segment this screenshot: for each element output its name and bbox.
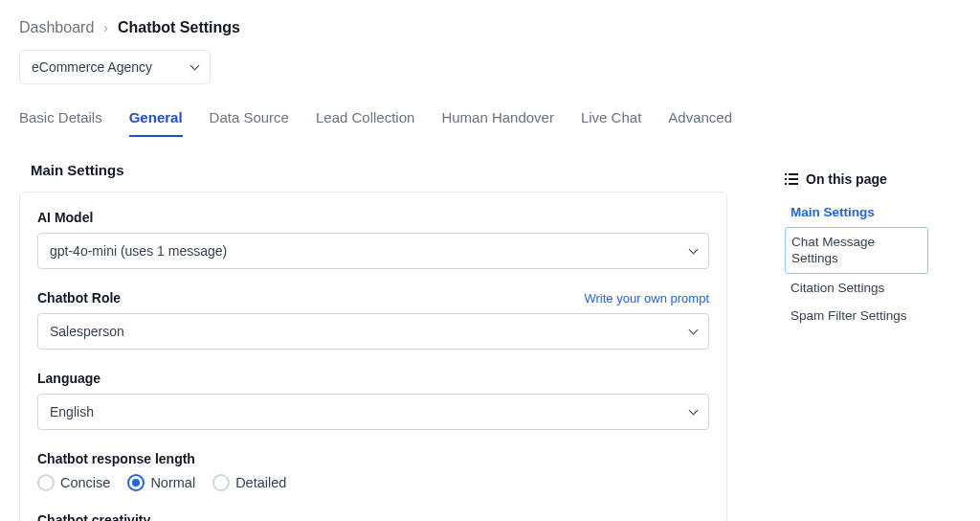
tab-live-chat[interactable]: Live Chat (581, 109, 641, 137)
workspace-select-value: eCommerce Agency (32, 59, 152, 75)
toc-citation-settings[interactable]: Citation Settings (785, 274, 928, 303)
response-length-radio-group: Concise Normal Detailed (37, 474, 709, 491)
response-length-concise[interactable]: Concise (37, 474, 110, 491)
tab-general[interactable]: General (129, 109, 183, 137)
on-this-page-title: On this page (785, 171, 928, 187)
response-length-normal[interactable]: Normal (127, 474, 195, 491)
language-select[interactable]: English (37, 394, 709, 430)
chevron-down-icon (190, 60, 200, 70)
main-settings-card: AI Model gpt-4o-mini (uses 1 message) Ch… (19, 192, 727, 521)
language-label: Language (37, 371, 100, 386)
toc-main-settings[interactable]: Main Settings (785, 198, 928, 227)
response-length-label: Chatbot response length (37, 451, 195, 466)
tab-data-source[interactable]: Data Source (210, 109, 289, 137)
chatbot-role-select[interactable]: Salesperson (37, 313, 709, 350)
radio-icon (212, 474, 230, 491)
ai-model-select[interactable]: gpt-4o-mini (uses 1 message) (37, 233, 709, 269)
breadcrumb: Dashboard › Chatbot Settings (19, 19, 961, 36)
breadcrumb-separator: › (103, 20, 108, 35)
radio-label: Concise (60, 475, 110, 490)
section-title: Main Settings (31, 162, 727, 178)
toc-chat-message-settings[interactable]: Chat Message Settings (785, 227, 928, 274)
workspace-select[interactable]: eCommerce Agency (19, 50, 211, 84)
chevron-down-icon (689, 244, 699, 254)
chatbot-role-value: Salesperson (50, 324, 124, 339)
radio-label: Normal (150, 475, 195, 490)
tabs: Basic Details General Data Source Lead C… (19, 109, 961, 137)
creativity-label: Chatbot creativity (37, 512, 150, 521)
radio-icon (37, 474, 55, 491)
ai-model-label: AI Model (37, 210, 93, 225)
tab-lead-collection[interactable]: Lead Collection (316, 109, 414, 137)
language-value: English (50, 404, 94, 419)
radio-label: Detailed (235, 475, 286, 490)
tab-human-handover[interactable]: Human Handover (441, 109, 554, 137)
toc-spam-filter-settings[interactable]: Spam Filter Settings (785, 302, 928, 330)
list-icon (785, 173, 798, 185)
response-length-detailed[interactable]: Detailed (212, 474, 286, 491)
ai-model-value: gpt-4o-mini (uses 1 message) (50, 243, 227, 259)
tab-basic-details[interactable]: Basic Details (19, 109, 102, 137)
tab-advanced[interactable]: Advanced (668, 109, 732, 137)
chatbot-role-label: Chatbot Role (37, 290, 121, 306)
breadcrumb-dashboard[interactable]: Dashboard (19, 19, 94, 36)
chevron-down-icon (689, 325, 699, 334)
write-own-prompt-link[interactable]: Write your own prompt (584, 291, 709, 306)
breadcrumb-current: Chatbot Settings (118, 19, 240, 36)
radio-icon (127, 474, 145, 491)
chevron-down-icon (689, 405, 699, 415)
